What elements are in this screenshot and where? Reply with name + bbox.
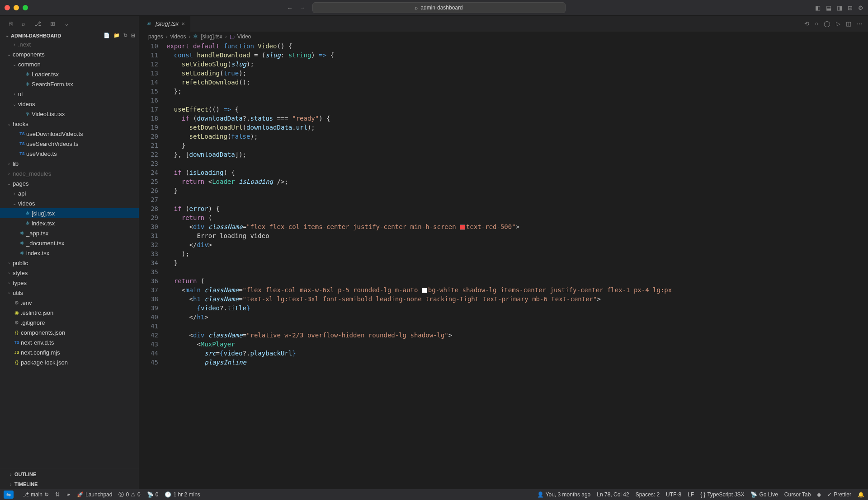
code-content[interactable]: export default function Video() { const … [166, 42, 868, 489]
tree-item--document-tsx[interactable]: ⚛_document.tsx [0, 238, 139, 248]
tree-item-hooks[interactable]: ⌄hooks [0, 119, 139, 129]
breadcrumb[interactable]: pages › videos › ⚛ [slug].tsx › ▢ Video [139, 32, 868, 42]
git-branch[interactable]: ⎇ main ↻ [23, 491, 49, 498]
nav-forward-icon[interactable]: → [300, 5, 306, 11]
code-editor[interactable]: 1011121314151617181920212223242526272829… [139, 42, 868, 489]
tree-item-next-env-d-ts[interactable]: TSnext-env.d.ts [0, 337, 139, 347]
split-icon[interactable]: ◫ [846, 20, 851, 27]
panel-bottom-icon[interactable]: ⬓ [826, 5, 831, 11]
layout-icon[interactable]: ⊞ [848, 5, 853, 11]
sync-icon[interactable]: ⇅ [55, 491, 60, 498]
git-blame[interactable]: 👤 You, 3 months ago [537, 491, 591, 498]
breadcrumb-item[interactable]: videos [170, 33, 186, 40]
editor-tab[interactable]: ⚛ [slug].tsx × [139, 16, 191, 32]
collapse-icon[interactable]: ⊟ [131, 33, 135, 38]
tree-item--gitignore[interactable]: ⚙.gitignore [0, 318, 139, 327]
timeline-section[interactable]: › TIMELINE [0, 479, 139, 489]
circle-icon[interactable]: ○ [815, 20, 818, 27]
tree-item-styles[interactable]: ›styles [0, 268, 139, 278]
language-mode[interactable]: { } TypeScript JSX [700, 491, 744, 498]
tree-item-loader-tsx[interactable]: ⚛Loader.tsx [0, 69, 139, 79]
chevron-icon: ⌄ [5, 181, 13, 186]
tree-item-index-tsx[interactable]: ⚛index.tsx [0, 248, 139, 258]
tree-item-package-lock-json[interactable]: {}package-lock.json [0, 357, 139, 367]
tree-item--next[interactable]: ›.next [0, 39, 139, 49]
encoding[interactable]: UTF-8 [666, 491, 681, 498]
more-icon[interactable]: ⋯ [857, 20, 863, 27]
file-name: node_modules [13, 170, 51, 177]
command-center[interactable]: ⌕ admin-dashboard [312, 2, 566, 13]
new-file-icon[interactable]: ⎘ [9, 20, 13, 27]
ports-button[interactable]: 📡 0 [147, 491, 159, 498]
problems-button[interactable]: ⓧ 0 ⚠ 0 [118, 491, 140, 499]
tree-item--app-tsx[interactable]: ⚛_app.tsx [0, 228, 139, 238]
chevron-down-icon[interactable]: ⌄ [64, 20, 69, 27]
chevron-right-icon: › [189, 33, 190, 40]
breadcrumb-item[interactable]: [slug].tsx [201, 33, 222, 40]
tree-item-utils[interactable]: ›utils [0, 288, 139, 298]
file-name: Loader.tsx [32, 71, 59, 78]
tree-item-usevideo-ts[interactable]: TSuseVideo.ts [0, 149, 139, 159]
tree-item-searchform-tsx[interactable]: ⚛SearchForm.tsx [0, 79, 139, 89]
copilot-icon[interactable]: ◈ [817, 491, 821, 498]
tree-item-public[interactable]: ›public [0, 258, 139, 268]
tree-item-ui[interactable]: ›ui [0, 89, 139, 99]
history-back-icon[interactable]: ⟲ [804, 20, 809, 27]
panel-left-icon[interactable]: ◧ [815, 5, 821, 11]
tree-item--slug--tsx[interactable]: ⚛[slug].tsx [0, 208, 139, 218]
tree-item-components[interactable]: ⌄components [0, 49, 139, 59]
tree-item-pages[interactable]: ⌄pages [0, 178, 139, 188]
tree-item-videos[interactable]: ⌄videos [0, 99, 139, 109]
file-icon: TS [18, 141, 26, 146]
chevron-down-icon: ⌄ [4, 33, 11, 38]
refresh-icon[interactable]: ↻ [123, 33, 127, 38]
close-window[interactable] [5, 5, 10, 10]
prettier-button[interactable]: ✓ Prettier [827, 491, 851, 498]
extensions-icon[interactable]: ⊞ [50, 20, 55, 27]
search-icon[interactable]: ⌕ [22, 20, 25, 27]
go-live-button[interactable]: 📡 Go Live [750, 491, 778, 498]
tree-item-common[interactable]: ⌄common [0, 59, 139, 69]
tree-item-lib[interactable]: ›lib [0, 159, 139, 168]
nav-back-icon[interactable]: ← [287, 5, 293, 11]
new-folder-icon[interactable]: 📁 [113, 33, 120, 38]
play-icon[interactable]: ▷ [836, 20, 840, 27]
close-icon[interactable]: × [181, 20, 185, 27]
panel-right-icon[interactable]: ◨ [837, 5, 842, 11]
breadcrumb-item[interactable]: pages [148, 33, 163, 40]
titlebar: ← → ⌕ admin-dashboard ◧ ⬓ ◨ ⊞ ⚙ [0, 0, 868, 16]
settings-icon[interactable]: ⚙ [858, 5, 863, 11]
new-file-icon[interactable]: 📄 [104, 33, 110, 38]
bell-icon[interactable]: 🔔 [858, 491, 864, 498]
remote-button[interactable]: ⇋ [4, 491, 14, 499]
maximize-window[interactable] [23, 5, 28, 10]
cursor-position[interactable]: Ln 78, Col 42 [597, 491, 629, 498]
tree-item--eslintrc-json[interactable]: ◉.eslintrc.json [0, 308, 139, 318]
tree-item-node-modules[interactable]: ›node_modules [0, 168, 139, 178]
cursor-tab[interactable]: Cursor Tab [784, 491, 811, 498]
tree-item-usesearchvideos-ts[interactable]: TSuseSearchVideos.ts [0, 139, 139, 149]
indentation[interactable]: Spaces: 2 [636, 491, 660, 498]
tree-item-usedownloadvideo-ts[interactable]: TSuseDownloadVideo.ts [0, 129, 139, 139]
explorer-header[interactable]: ⌄ ADMIN-DASHBOARD 📄 📁 ↻ ⊟ [0, 32, 139, 39]
file-icon: ⚛ [18, 250, 26, 256]
tree-item-components-json[interactable]: {}components.json [0, 327, 139, 337]
chevron-icon: ⌄ [11, 62, 18, 67]
tree-item--env[interactable]: ⚙.env [0, 298, 139, 308]
tree-item-videos[interactable]: ⌄videos [0, 198, 139, 208]
tree-item-next-config-mjs[interactable]: JSnext.config.mjs [0, 347, 139, 357]
tree-item-index-tsx[interactable]: ⚛index.tsx [0, 218, 139, 228]
file-icon: ⚛ [24, 71, 32, 77]
graph-icon[interactable]: ⚭ [66, 491, 71, 498]
outline-section[interactable]: › OUTLINE [0, 469, 139, 479]
eol[interactable]: LF [688, 491, 694, 498]
launchpad-button[interactable]: 🚀 Launchpad [77, 491, 112, 498]
source-control-icon[interactable]: ⎇ [34, 20, 41, 27]
tree-item-videolist-tsx[interactable]: ⚛VideoList.tsx [0, 109, 139, 119]
circle-arrow-icon[interactable]: ◯ [824, 20, 830, 27]
time-tracker[interactable]: 🕐 1 hr 2 mins [165, 491, 200, 498]
breadcrumb-item[interactable]: Video [237, 33, 251, 40]
tree-item-api[interactable]: ›api [0, 188, 139, 198]
minimize-window[interactable] [14, 5, 19, 10]
tree-item-types[interactable]: ›types [0, 278, 139, 288]
